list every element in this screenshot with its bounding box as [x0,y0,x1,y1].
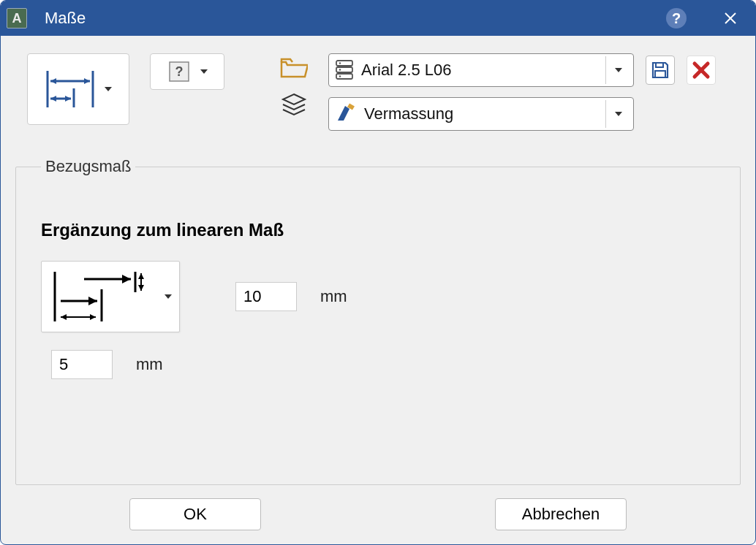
delete-button[interactable] [687,56,716,85]
group-title: Ergänzung zum linearen Maß [41,220,715,240]
svg-marker-24 [338,106,349,121]
extension-diagram-icon [49,267,151,326]
combo-column: Arial 2.5 L06 [328,53,716,131]
layer-combo[interactable]: Vermassung [328,97,634,131]
template-dropdown[interactable]: ? [150,53,224,90]
chevron-down-icon [165,294,172,299]
app-icon-letter: A [12,11,22,26]
help-icon: ? [672,10,681,27]
layers-icon[interactable] [280,93,308,119]
dialog-buttons: OK Abbrechen [14,498,742,530]
template-icon: ? [167,59,192,84]
layer-value: Vermassung [364,104,598,123]
svg-rect-21 [655,71,665,77]
svg-marker-30 [122,275,131,283]
svg-marker-33 [138,285,144,291]
cancel-label: Abbrechen [522,505,600,524]
chevron-down-icon [105,87,112,91]
ok-label: OK [184,505,207,524]
content-area: ? [1,36,755,544]
titlebar: A Maße ? [1,1,755,36]
ok-button[interactable]: OK [129,498,261,530]
brush-icon [335,103,357,125]
svg-marker-38 [90,314,96,320]
svg-rect-15 [336,67,352,72]
svg-marker-7 [84,78,90,84]
group-legend: Bezugsmaß [41,157,135,176]
close-icon [724,12,737,25]
value2-input[interactable] [51,350,113,379]
cancel-button[interactable]: Abbrechen [495,498,627,530]
app-icon: A [7,8,27,28]
server-icon [335,59,354,81]
svg-point-19 [339,75,341,77]
svg-rect-14 [336,61,352,66]
svg-marker-9 [50,96,56,102]
svg-point-18 [339,69,341,70]
value1-input[interactable] [235,282,297,311]
folder-icon[interactable] [280,56,308,80]
svg-point-17 [339,62,341,64]
svg-marker-32 [138,273,144,279]
reference-dimension-group: Bezugsmaß Ergänzung zum linearen Maß [15,157,741,485]
dimension-type-dropdown[interactable] [27,53,129,125]
extension-style-dropdown[interactable] [41,261,180,332]
value2-unit: mm [136,355,163,374]
svg-marker-35 [88,297,97,305]
save-button[interactable] [646,56,675,85]
chevron-down-icon [605,56,630,84]
chevron-down-icon [605,100,630,128]
svg-marker-13 [283,94,305,104]
help-button[interactable]: ? [666,8,687,28]
close-button[interactable] [716,4,745,33]
dimension-type-icon [45,68,96,110]
dialog-window: A Maße ? [0,0,756,545]
svg-text:?: ? [175,64,184,79]
svg-marker-37 [61,314,67,320]
delete-x-icon [692,61,711,80]
svg-rect-20 [656,63,663,67]
toolbar: ? [27,53,742,131]
save-icon [651,61,670,80]
svg-marker-10 [65,96,71,102]
svg-marker-6 [50,78,56,84]
window-title: Maße [45,9,86,28]
value1-unit: mm [320,287,347,306]
font-style-value: Arial 2.5 L06 [361,61,598,80]
chevron-down-icon [200,69,208,74]
font-style-combo[interactable]: Arial 2.5 L06 [328,53,634,87]
svg-rect-16 [336,74,352,79]
